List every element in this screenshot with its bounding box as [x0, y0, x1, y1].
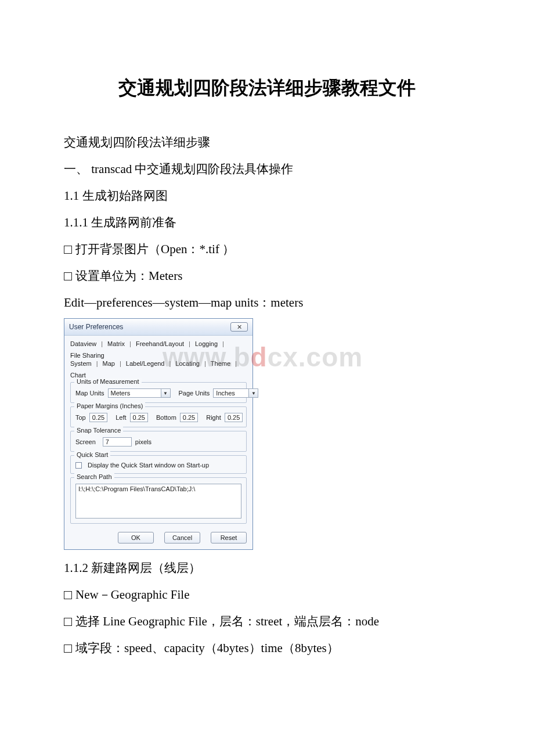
tab-locating[interactable]: Locating [175, 360, 200, 367]
margin-right-label: Right [206, 414, 221, 421]
checkbox-icon [64, 618, 72, 626]
tab-freehand-layout[interactable]: Freehand/Layout [136, 340, 184, 347]
fieldset-legend: Search Path [74, 473, 114, 480]
quickstart-text: Display the Quick Start window on Start-… [88, 462, 209, 469]
fieldset-legend: Snap Tolerance [74, 427, 123, 434]
paragraph-text: 域字段：speed、capacity（4bytes）time（8bytes） [75, 641, 339, 655]
tab-theme[interactable]: Theme [211, 360, 230, 367]
units-fieldset: Units of Measurement Map Units Meters ▼ … [70, 382, 247, 403]
checkbox-icon [64, 272, 72, 280]
paragraph-text: 选择 Line Geographic File，层名：street，端点层名：n… [75, 614, 379, 628]
map-units-select[interactable]: Meters ▼ [108, 388, 171, 398]
tab-system[interactable]: System [70, 360, 92, 367]
margin-top-input[interactable]: 0.25 [89, 413, 107, 422]
ok-button[interactable]: OK [118, 532, 154, 543]
margin-bottom-input[interactable]: 0.25 [180, 413, 198, 422]
map-units-value: Meters [109, 390, 161, 397]
reset-button[interactable]: Reset [211, 532, 247, 543]
map-units-label: Map Units [75, 390, 104, 397]
fieldset-legend: Quick Start [74, 451, 110, 458]
paragraph: 1.1.2 新建路网层（线层） [64, 556, 470, 580]
page-units-select[interactable]: Inches ▼ [213, 388, 258, 398]
tab-file-sharing[interactable]: File Sharing [70, 352, 104, 359]
searchpath-fieldset: Search Path I:\;H:\;C:\Program Files\Tra… [70, 477, 247, 524]
checkbox-icon [64, 591, 72, 599]
tabs-row: Dataview| Matrix| Freehand/Layout| Loggi… [70, 340, 247, 359]
paragraph-text: 设置单位为：Meters [75, 269, 182, 283]
page-units-value: Inches [214, 390, 248, 397]
tabs-row: System| Map| Label/Legend| Locating| The… [70, 360, 247, 379]
paragraph: 1.1.1 生成路网前准备 [64, 210, 470, 235]
paragraph: 交通规划四阶段法详细步骤 [64, 130, 470, 154]
paragraph-text: 打开背景图片（Open：*.tif ） [75, 242, 234, 256]
search-path-input[interactable]: I:\;H:\;C:\Program Files\TransCAD\Tab;J:… [75, 484, 241, 519]
margin-right-input[interactable]: 0.25 [225, 413, 243, 422]
snap-fieldset: Snap Tolerance Screen 7 pixels [70, 431, 247, 452]
dialog-body: Dataview| Matrix| Freehand/Layout| Loggi… [64, 336, 252, 549]
paragraph: New－Geographic File [64, 582, 470, 607]
user-preferences-dialog: User Preferences ✕ Dataview| Matrix| Fre… [64, 318, 253, 550]
document-title: 交通规划四阶段法详细步骤教程文件 [64, 75, 470, 101]
quickstart-checkbox[interactable] [75, 462, 82, 469]
tab-dataview[interactable]: Dataview [70, 340, 96, 347]
page-units-label: Page Units [179, 390, 210, 397]
tab-map[interactable]: Map [103, 360, 115, 367]
tab-logging[interactable]: Logging [195, 340, 218, 347]
chevron-down-icon: ▼ [161, 389, 170, 397]
dialog-title: User Preferences [69, 323, 123, 331]
document-page: 交通规划四阶段法详细步骤教程文件 交通规划四阶段法详细步骤 一、 transca… [0, 0, 534, 709]
paragraph: 一、 transcad 中交通规划四阶段法具体操作 [64, 157, 470, 181]
snap-screen-input[interactable]: 7 [103, 437, 132, 447]
dialog-titlebar: User Preferences ✕ [64, 319, 252, 336]
fieldset-legend: Paper Margins (Inches) [74, 402, 145, 409]
chevron-down-icon: ▼ [248, 389, 258, 397]
checkbox-icon [64, 645, 72, 653]
quickstart-fieldset: Quick Start Display the Quick Start wind… [70, 455, 247, 474]
paragraph: Edit—preferences—system—map units：meters [64, 290, 470, 315]
margin-left-label: Left [116, 414, 126, 421]
tab-matrix[interactable]: Matrix [107, 340, 125, 347]
paragraph: 域字段：speed、capacity（4bytes）time（8bytes） [64, 636, 470, 660]
paragraph-text: New－Geographic File [75, 588, 190, 602]
paragraph: 设置单位为：Meters [64, 264, 470, 288]
paragraph: 打开背景图片（Open：*.tif ） [64, 237, 470, 261]
margin-top-label: Top [75, 414, 86, 421]
dialog-button-row: OK Cancel Reset [70, 532, 247, 543]
paragraph: 1.1 生成初始路网图 [64, 183, 470, 208]
close-button[interactable]: ✕ [230, 322, 248, 332]
margin-bottom-label: Bottom [156, 414, 176, 421]
fieldset-legend: Units of Measurement [74, 378, 142, 385]
margins-fieldset: Paper Margins (Inches) Top 0.25 Left 0.2… [70, 406, 247, 427]
checkbox-icon [64, 246, 72, 254]
tab-label-legend[interactable]: Label/Legend [126, 360, 165, 367]
snap-screen-label: Screen [75, 438, 96, 445]
cancel-button[interactable]: Cancel [164, 532, 200, 543]
snap-screen-unit: pixels [135, 438, 151, 445]
paragraph: 选择 Line Geographic File，层名：street，端点层名：n… [64, 609, 470, 633]
margin-left-input[interactable]: 0.25 [130, 413, 148, 422]
